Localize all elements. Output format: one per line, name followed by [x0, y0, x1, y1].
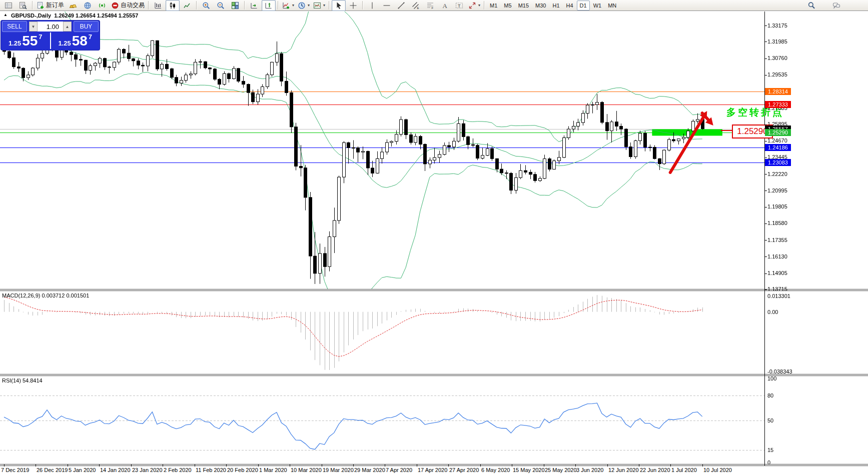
timeframe-m5-button[interactable]: M5	[501, 0, 514, 10]
collapse-triangle-icon[interactable]: ▲	[4, 12, 8, 17]
market-watch-icon[interactable]	[2, 0, 16, 11]
symbol-period-label: GBPUSD-,Daily	[11, 12, 51, 18]
x-axis-tick	[702, 464, 703, 466]
horizontal-line-icon[interactable]	[380, 0, 394, 11]
buy-button[interactable]: BUY	[74, 21, 99, 32]
y-axis-tick	[764, 274, 767, 274]
fibonacci-icon[interactable]: F	[423, 0, 437, 11]
timeframe-w1-button[interactable]: W1	[590, 0, 605, 10]
search-icon[interactable]	[804, 0, 818, 11]
y-axis-tick-label: 1.24670	[767, 138, 787, 144]
tile-windows-icon[interactable]	[228, 0, 242, 11]
signals-icon[interactable]	[95, 0, 109, 11]
x-axis-tick	[670, 464, 671, 466]
chat-icon[interactable]	[829, 0, 843, 11]
sell-price[interactable]: 1.25 55 7	[1, 32, 51, 49]
chart-shift-icon[interactable]	[262, 0, 276, 11]
x-axis-date-label: 14 Jan 2020	[100, 467, 131, 473]
y-axis-tick-label: 1.14905	[767, 270, 787, 276]
panel-splitter-macd[interactable]	[0, 289, 868, 291]
rsi-indicator-chart[interactable]	[0, 376, 764, 464]
new-order-button[interactable]: 新订单	[35, 0, 66, 11]
x-axis-tick	[322, 464, 322, 466]
y-axis-tick-label: 1.31985	[767, 38, 787, 44]
buy-price[interactable]: 1.25 58 7	[51, 32, 100, 49]
volume-increase-button[interactable]: ▲	[63, 22, 72, 32]
vertical-line-icon[interactable]	[365, 0, 379, 11]
ohlc-values: 1.26249 1.26654 1.25494 1.25557	[54, 12, 138, 18]
price-axis-line	[764, 12, 765, 466]
price-chart[interactable]	[0, 12, 764, 289]
templates-button[interactable]: ▾	[312, 0, 327, 11]
timeframe-h1-button[interactable]: H1	[549, 0, 562, 10]
timeframe-m15-button[interactable]: M15	[515, 0, 532, 10]
x-axis-date-label: 7 Dec 2019	[1, 467, 29, 473]
toolbar-separator	[329, 1, 330, 10]
rsi-axis-label: 80	[767, 392, 773, 398]
y-axis-tick	[764, 174, 767, 174]
x-axis-date-label: 1 Mar 2020	[259, 467, 287, 473]
toolbar-separator	[278, 1, 279, 10]
macd-indicator-chart[interactable]	[0, 291, 764, 374]
x-axis-tick	[480, 464, 481, 466]
volume-decrease-button[interactable]: ▼	[29, 22, 38, 32]
zoom-in-icon[interactable]	[199, 0, 213, 11]
text-label-icon[interactable]: T	[452, 0, 466, 11]
x-axis-tick	[417, 464, 417, 466]
y-axis-tick-label: 1.13715	[767, 286, 787, 292]
timeframe-d1-button[interactable]: D1	[577, 0, 590, 10]
x-axis-tick	[4, 464, 5, 466]
timeframe-m1-button[interactable]: M1	[487, 0, 500, 10]
price-level-badge: 1.25290	[765, 129, 791, 136]
x-axis-date-label: 3 Jun 2020	[576, 467, 603, 473]
volume-input[interactable]: 1.00	[38, 23, 63, 30]
x-axis-date-label: 2 Feb 2020	[164, 467, 192, 473]
x-axis-tick	[353, 464, 354, 466]
chart-title: GBPUSD-,Daily 1.26249 1.26654 1.25494 1.…	[11, 12, 138, 18]
data-window-icon[interactable]	[16, 0, 30, 11]
text-icon[interactable]: A	[438, 0, 452, 11]
toolbar-separator	[484, 1, 485, 10]
y-axis-tick	[764, 240, 767, 240]
toolbar: 新订单自动交易▾▾▾EFAT▾M1M5M15M30H1H4D1W1MN	[0, 0, 868, 11]
gold-icon[interactable]	[66, 0, 80, 11]
crosshair-icon[interactable]	[346, 0, 360, 11]
y-axis-tick-label: 1.29535	[767, 72, 787, 78]
macd-axis-label: -0.038343	[767, 368, 792, 374]
zoom-out-icon[interactable]	[214, 0, 228, 11]
svg-text:F: F	[432, 6, 434, 10]
candlestick-chart-icon[interactable]	[166, 0, 180, 11]
auto-trading-button[interactable]: 自动交易	[110, 0, 146, 11]
x-axis-tick	[131, 464, 132, 466]
svg-text:A: A	[443, 2, 448, 9]
x-axis-date-label: 29 Mar 2020	[354, 467, 385, 473]
x-axis-date-label: 11 Feb 2020	[196, 467, 226, 473]
indicators-button[interactable]: ▾	[281, 0, 296, 11]
arrow-tools-icon[interactable]: ▾	[467, 0, 482, 11]
x-axis-tick	[544, 464, 544, 466]
cursor-icon[interactable]	[332, 0, 346, 11]
auto-scroll-icon[interactable]	[247, 0, 261, 11]
macd-label: MACD(12,26,9) 0.003712 0.001501	[2, 292, 89, 298]
periods-button[interactable]: ▾	[296, 0, 311, 11]
one-click-trading-panel: SELL ▼ 1.00 ▲ BUY 1.25 55 7 1.25 58 7	[1, 20, 100, 50]
bar-chart-icon[interactable]	[151, 0, 165, 11]
web-terminal-icon[interactable]	[81, 0, 95, 11]
trendline-icon[interactable]	[394, 0, 408, 11]
volume-spinner: ▼ 1.00 ▲	[29, 22, 72, 32]
equidistant-channel-icon[interactable]: E	[409, 0, 423, 11]
sell-button[interactable]: SELL	[2, 21, 27, 32]
y-axis-tick	[764, 75, 767, 76]
x-axis-date-label: 25 May 2020	[545, 467, 577, 473]
timeframe-h4-button[interactable]: H4	[563, 0, 576, 10]
y-axis-tick	[764, 26, 767, 26]
timeframe-mn-button[interactable]: MN	[605, 0, 619, 10]
y-axis-tick	[764, 256, 767, 257]
toolbar-separator	[148, 1, 149, 10]
timeframe-m30-button[interactable]: M30	[532, 0, 549, 10]
y-axis-tick	[764, 158, 767, 158]
panel-splitter-rsi[interactable]	[0, 374, 868, 376]
price-level-badge: 1.23083	[765, 159, 791, 166]
buy-price-big-figure: 1.25	[58, 40, 71, 49]
line-chart-icon[interactable]	[180, 0, 194, 11]
